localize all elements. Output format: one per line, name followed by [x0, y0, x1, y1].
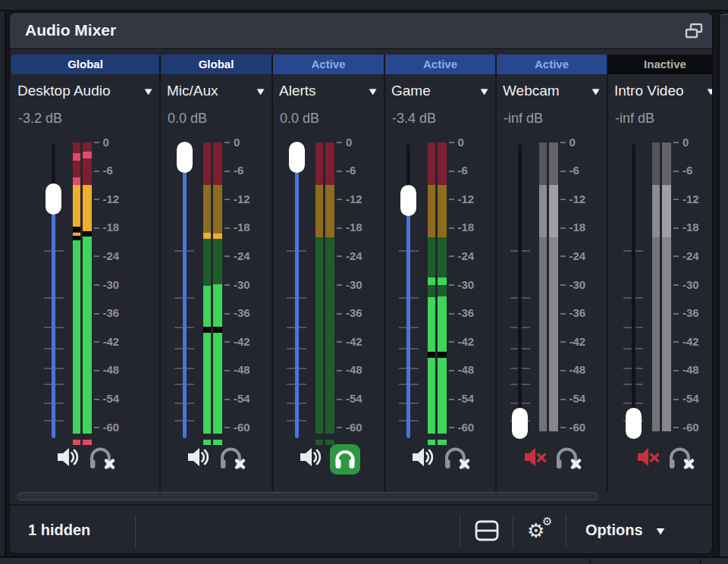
meter-tick-label: -6 [346, 164, 376, 177]
speaker-icon [186, 461, 212, 472]
scrollbar-handle[interactable] [17, 492, 598, 500]
meter-tick-label: -36 [458, 306, 488, 319]
monitor-button[interactable] [218, 444, 246, 474]
meter-tick-label: -48 [458, 363, 488, 376]
meter-segment-left [203, 185, 211, 233]
meter-tick-label: -48 [234, 363, 264, 376]
meter-segment-right [438, 277, 447, 285]
meter-segment-right [438, 185, 447, 237]
meter-tick [449, 370, 454, 371]
channel-strip: Active Webcam ▼ -inf dB 0-6-12-18-24-30-… [497, 55, 608, 492]
meter-tick-label: -60 [103, 421, 133, 434]
meter-tick [337, 370, 342, 371]
headphones-off-icon [87, 462, 116, 474]
speaker-icon [410, 461, 436, 472]
meter-tick-label: -12 [346, 193, 376, 205]
meter-segment-left [203, 233, 211, 239]
panel-title: Audio Mixer [25, 13, 116, 48]
meter-segment-left [315, 237, 323, 434]
meter-tick-label: -18 [346, 221, 376, 233]
monitor-button[interactable] [667, 444, 695, 474]
mute-button[interactable] [410, 444, 436, 472]
meter-tick [673, 171, 679, 172]
mute-button[interactable] [522, 444, 548, 472]
mute-button[interactable] [635, 444, 661, 472]
meter-tick [224, 171, 230, 172]
options-label: Options [585, 522, 643, 539]
meter-segment-left [73, 177, 80, 185]
mute-button[interactable] [55, 444, 81, 472]
meter-tick [337, 255, 342, 257]
channel-strip: Global Mic/Aux ▼ 0.0 dB 0-6-12-18-24-30-… [161, 55, 273, 492]
meter-segment-left [203, 333, 211, 434]
advanced-audio-button[interactable]: ⚙ ⚙ [526, 516, 556, 545]
meter-segment-left [428, 297, 435, 351]
meter-tick-label: -6 [570, 164, 600, 177]
meter-segment-left [428, 143, 435, 185]
meter-tick [673, 284, 679, 286]
dock-divider [589, 559, 591, 564]
meter-segment-right [549, 185, 558, 237]
vu-meter: 0-6-12-18-24-30-36-42-48-54-60 [161, 55, 271, 492]
meter-tick-label: 0 [682, 136, 713, 149]
toggle-layout-button[interactable] [474, 519, 500, 542]
meter-tick-label: -18 [103, 221, 133, 233]
meter-tick-label: -42 [458, 335, 488, 348]
channel-strip: Active Game ▼ -3.4 dB 0-6-12-18-24-30-36… [385, 55, 497, 492]
monitor-button[interactable] [87, 444, 116, 474]
meter-segment-right [83, 158, 92, 185]
options-button[interactable]: Options ▼ [585, 506, 665, 554]
speaker-icon [298, 461, 324, 472]
meter-tick [449, 142, 454, 143]
meter-tick [224, 341, 230, 343]
mute-button[interactable] [186, 444, 212, 472]
headphones-on-icon [330, 444, 360, 475]
meter-segment-left [539, 185, 547, 237]
meter-segment-right [83, 152, 92, 158]
meter-tick [224, 284, 230, 286]
monitor-button[interactable] [554, 444, 582, 474]
meter-tick-label: -48 [570, 363, 600, 376]
meter-tick [224, 427, 230, 428]
meter-tick-label: -12 [682, 193, 713, 205]
adjacent-dock-bottom [0, 556, 728, 564]
meter-tick-label: 0 [103, 136, 133, 149]
meter-segment-left [315, 185, 323, 237]
meter-segment-right [213, 327, 222, 333]
vu-meter: 0-6-12-18-24-30-36-42-48-54-60 [497, 55, 607, 492]
popout-icon[interactable] [684, 22, 704, 40]
meter-tick [673, 255, 679, 257]
meter-segment-right [83, 143, 92, 152]
channel-strip: Inactive Intro Video ▼ -inf dB 0-6-12-18… [608, 55, 713, 492]
meter-tick-label: -54 [682, 392, 713, 405]
meter-segment-left [539, 143, 547, 185]
meter-segment-right [213, 284, 222, 327]
meter-tick-label: -18 [570, 221, 600, 233]
meter-tick-label: -42 [682, 335, 713, 348]
meter-tick-label: -48 [682, 363, 713, 376]
meter-tick [560, 199, 566, 200]
meter-segment-right [662, 185, 671, 237]
meter-tick [94, 227, 99, 229]
meter-segment-left [73, 185, 80, 227]
meter-tick [449, 227, 454, 229]
gear-small-icon: ⚙ [542, 515, 552, 528]
horizontal-scrollbar[interactable] [11, 492, 712, 501]
meter-segment-right [213, 143, 222, 185]
meter-tick-label: -6 [234, 164, 264, 177]
meter-tick [673, 142, 679, 143]
panel-header: Audio Mixer [10, 13, 712, 49]
meter-tick [560, 284, 566, 286]
monitor-button[interactable] [442, 444, 471, 474]
mute-button[interactable] [298, 444, 324, 472]
meter-tick [94, 171, 99, 172]
meter-tick-label: -60 [570, 421, 600, 434]
meter-tick-label: -12 [234, 193, 264, 205]
meter-tick [673, 399, 679, 400]
meter-tick [94, 199, 99, 200]
meter-tick-label: -36 [346, 306, 376, 319]
monitor-button[interactable] [330, 444, 360, 475]
meter-segment-left [652, 185, 660, 237]
meter-segment-left [428, 237, 435, 277]
meter-segment-left [428, 358, 435, 434]
